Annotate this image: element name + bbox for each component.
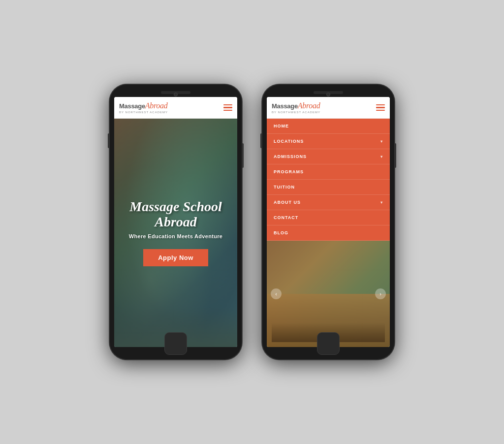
phone-2: MassageAbroad BY NORTHWEST ACADEMY HOME … [262, 84, 395, 360]
hero-title: Massage School Abroad [129, 199, 221, 230]
logo-2-subtitle: BY NORTHWEST ACADEMY [272, 111, 320, 114]
logo-2-regular: Massage [272, 102, 298, 110]
nav-item-tuition-label: TUITION [274, 185, 295, 190]
nav-item-locations[interactable]: LOCATIONS ▾ [267, 134, 390, 149]
nav-item-programs-label: PROGRAMS [274, 169, 304, 174]
nav-item-admissions[interactable]: ADMISSIONS ▾ [267, 149, 390, 164]
nav-item-locations-label: LOCATIONS [274, 139, 304, 144]
hamburger-line-1 [223, 104, 232, 106]
app-header: MassageAbroad BY NORTHWEST ACADEMY [114, 97, 237, 119]
app-header-2: MassageAbroad BY NORTHWEST ACADEMY [267, 97, 390, 119]
nav-item-blog-label: BLOG [274, 230, 288, 235]
logo-cursive: Abroad [145, 101, 168, 110]
nav-item-contact[interactable]: CONTACT [267, 210, 390, 225]
phone-2-camera [326, 93, 330, 96]
phone-1: MassageAbroad BY NORTHWEST ACADEMY Massa… [109, 84, 242, 360]
phone-2-screen: MassageAbroad BY NORTHWEST ACADEMY HOME … [267, 97, 390, 347]
nav-item-contact-label: CONTACT [274, 215, 298, 220]
apply-now-button[interactable]: Apply Now [143, 249, 208, 266]
phone-camera [174, 93, 178, 96]
hamburger-menu-2[interactable] [376, 104, 385, 111]
nav-item-home[interactable]: HOME [267, 119, 390, 134]
logo-2-cursive: Abroad [298, 101, 320, 110]
hero-title-line1: Massage School [129, 199, 221, 214]
hamburger-2-line-3 [376, 110, 385, 111]
hamburger-2-line-2 [376, 107, 385, 108]
carousel-left-arrow[interactable]: ‹ [271, 288, 282, 299]
nav-menu: HOME LOCATIONS ▾ ADMISSIONS ▾ PROGRAMS T… [267, 119, 390, 347]
carousel-right-arrow[interactable]: › [375, 288, 386, 299]
hamburger-menu[interactable] [223, 104, 232, 111]
phone-left-button [108, 133, 109, 148]
nav-item-programs[interactable]: PROGRAMS [267, 164, 390, 180]
hero-subtitle: Where Education Meets Adventure [129, 233, 222, 239]
hamburger-2-line-1 [376, 104, 385, 106]
nav-item-admissions-label: ADMISSIONS [274, 154, 307, 159]
nav-item-tuition[interactable]: TUITION [267, 180, 390, 195]
nav-item-about-us-label: ABOUT US [274, 200, 301, 205]
logo-subtitle: BY NORTHWEST ACADEMY [119, 111, 168, 114]
logo-regular: Massage [119, 102, 145, 110]
chevron-down-icon-admissions: ▾ [380, 155, 383, 159]
hamburger-line-3 [223, 110, 232, 111]
logo: MassageAbroad BY NORTHWEST ACADEMY [119, 101, 168, 114]
chevron-down-icon-locations: ▾ [380, 139, 383, 144]
phone-right-button [242, 143, 244, 168]
hero-section: Massage School Abroad Where Education Me… [114, 119, 237, 347]
phone-2-right-button [395, 143, 396, 168]
hero-title-line2: Abroad [155, 214, 197, 229]
hamburger-line-2 [223, 107, 232, 108]
nav-item-blog[interactable]: BLOG [267, 225, 390, 241]
nav-item-home-label: HOME [274, 124, 289, 128]
phone-1-screen: MassageAbroad BY NORTHWEST ACADEMY Massa… [114, 97, 237, 347]
chevron-down-icon-about: ▾ [380, 200, 383, 205]
wooden-chairs-decoration [272, 322, 385, 342]
nav-bottom-carousel-image: ‹ › [267, 241, 390, 347]
pool-chairs-decoration [114, 308, 237, 347]
logo-2: MassageAbroad BY NORTHWEST ACADEMY [272, 101, 320, 114]
nav-item-about-us[interactable]: ABOUT US ▾ [267, 195, 390, 210]
phone-2-left-button [260, 133, 262, 148]
